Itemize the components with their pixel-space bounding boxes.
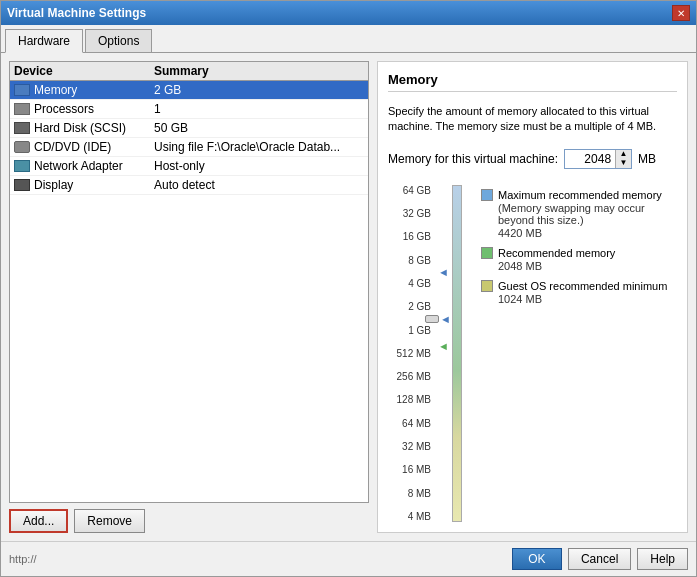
slider-handle[interactable] (425, 315, 439, 323)
legend-item-max: Maximum recommended memory (Memory swapp… (481, 189, 677, 239)
display-icon (14, 179, 30, 191)
summary-cell: Auto detect (154, 178, 364, 192)
memory-input[interactable] (565, 150, 615, 168)
max-legend-color (481, 189, 493, 201)
recommended-legend-label: Recommended memory (498, 247, 615, 259)
guest-min-legend-label: Guest OS recommended minimum (498, 280, 667, 292)
network-icon (14, 160, 30, 172)
max-legend-label: Maximum recommended memory (498, 189, 662, 201)
summary-cell: 50 GB (154, 121, 364, 135)
title-bar-controls: ✕ (672, 5, 690, 21)
window-title: Virtual Machine Settings (7, 6, 146, 20)
guest-min-legend-value: 1024 MB (481, 293, 677, 305)
tab-bar: Hardware Options (1, 25, 696, 53)
current-arrow-icon: ◄ (440, 313, 451, 325)
max-arrow-icon: ◄ (438, 266, 449, 278)
col-summary-header: Summary (154, 64, 364, 78)
title-bar: Virtual Machine Settings ✕ (1, 1, 696, 25)
recommended-arrow-icon: ◄ (438, 340, 449, 352)
tab-options[interactable]: Options (85, 29, 152, 52)
memory-input-group: ▲ ▼ (564, 149, 632, 169)
memory-label: Memory for this virtual machine: (388, 152, 558, 166)
scale-labels: 64 GB 32 GB 16 GB 8 GB 4 GB 2 GB 1 GB 51… (388, 185, 433, 522)
footer: http:// OK Cancel Help (1, 541, 696, 576)
device-cell: Memory (14, 83, 154, 97)
summary-cell: Host-only (154, 159, 364, 173)
memory-icon (14, 84, 30, 96)
right-panel: Memory Specify the amount of memory allo… (377, 61, 688, 533)
summary-cell: Using file F:\Oracle\Oracle Datab... (154, 140, 364, 154)
legend-area: Maximum recommended memory (Memory swapp… (481, 185, 677, 522)
table-row[interactable]: Processors 1 (10, 100, 368, 119)
slider-container: ◄ ◄ ◄ (443, 185, 471, 522)
device-table: Device Summary Memory 2 GB Processors (9, 61, 369, 503)
section-title: Memory (388, 72, 677, 92)
memory-unit: MB (638, 152, 656, 166)
recommended-legend-color (481, 247, 493, 259)
summary-cell: 2 GB (154, 83, 364, 97)
summary-cell: 1 (154, 102, 364, 116)
slider-area: 64 GB 32 GB 16 GB 8 GB 4 GB 2 GB 1 GB 51… (388, 185, 677, 522)
close-button[interactable]: ✕ (672, 5, 690, 21)
table-row[interactable]: CD/DVD (IDE) Using file F:\Oracle\Oracle… (10, 138, 368, 157)
memory-spinner: ▲ ▼ (615, 150, 631, 168)
legend-item-guest-min: Guest OS recommended minimum 1024 MB (481, 280, 677, 305)
spinner-down-button[interactable]: ▼ (616, 159, 631, 168)
device-cell: Processors (14, 102, 154, 116)
description-text: Specify the amount of memory allocated t… (388, 104, 677, 135)
slider-track[interactable] (452, 185, 462, 522)
table-row[interactable]: Memory 2 GB (10, 81, 368, 100)
table-header: Device Summary (10, 62, 368, 81)
cancel-button[interactable]: Cancel (568, 548, 631, 570)
cd-icon (14, 141, 30, 153)
table-row[interactable]: Display Auto detect (10, 176, 368, 195)
recommended-legend-value: 2048 MB (481, 260, 677, 272)
main-content: Device Summary Memory 2 GB Processors (1, 53, 696, 541)
max-legend-value: 4420 MB (481, 227, 677, 239)
cpu-icon (14, 103, 30, 115)
device-cell: Display (14, 178, 154, 192)
add-remove-row: Add... Remove (9, 509, 369, 533)
max-legend-sub: (Memory swapping may occur beyond this s… (481, 202, 677, 226)
col-device-header: Device (14, 64, 154, 78)
hdd-icon (14, 122, 30, 134)
current-arrow-area: ◄ (425, 313, 451, 325)
main-window: Virtual Machine Settings ✕ Hardware Opti… (0, 0, 697, 577)
device-cell: CD/DVD (IDE) (14, 140, 154, 154)
help-button[interactable]: Help (637, 548, 688, 570)
add-button[interactable]: Add... (9, 509, 68, 533)
left-panel: Device Summary Memory 2 GB Processors (9, 61, 369, 533)
tab-hardware[interactable]: Hardware (5, 29, 83, 53)
device-cell: Network Adapter (14, 159, 154, 173)
memory-input-row: Memory for this virtual machine: ▲ ▼ MB (388, 149, 677, 169)
table-row[interactable]: Network Adapter Host-only (10, 157, 368, 176)
remove-button[interactable]: Remove (74, 509, 145, 533)
legend-item-recommended: Recommended memory 2048 MB (481, 247, 677, 272)
guest-min-legend-color (481, 280, 493, 292)
table-row[interactable]: Hard Disk (SCSI) 50 GB (10, 119, 368, 138)
footer-url: http:// (9, 553, 506, 565)
ok-button[interactable]: OK (512, 548, 562, 570)
device-cell: Hard Disk (SCSI) (14, 121, 154, 135)
